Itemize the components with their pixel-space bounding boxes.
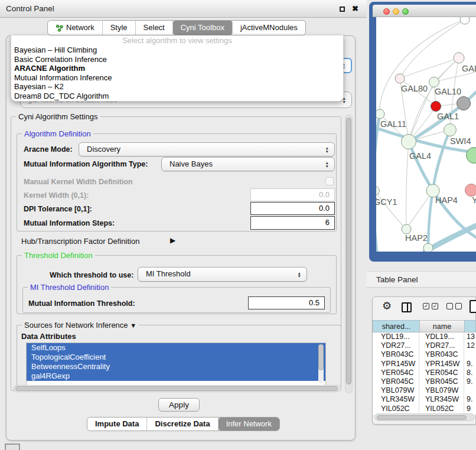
attribute-item-selected[interactable]: SelfLoops xyxy=(27,343,325,353)
node-label: GAL10 xyxy=(435,87,461,96)
table-panel-titlebar: Table Panel xyxy=(367,271,476,288)
mi-threshold-field[interactable]: 0.5 xyxy=(248,296,325,309)
node-hap2[interactable] xyxy=(402,224,411,234)
node-gal10[interactable] xyxy=(429,77,439,87)
table-row[interactable]: YLR345WYLR345W9. xyxy=(373,395,476,404)
group-title: MI Threshold Definition xyxy=(28,283,111,292)
tab-discretize-data[interactable]: Discretize Data xyxy=(147,418,218,431)
node-label: GCY1 xyxy=(376,197,397,207)
column-header-name[interactable]: name xyxy=(419,320,465,332)
node-gal11[interactable] xyxy=(376,109,384,119)
dropdown-item[interactable]: Mutual Information Inference xyxy=(11,73,343,83)
kernel-width-label: Kernel Width (0,1): xyxy=(24,191,89,200)
manual-kernel-checkbox[interactable] xyxy=(325,177,334,185)
which-threshold-combobox[interactable]: MI Threshold ▲▼ xyxy=(138,267,307,282)
unchecked-checkbox-icon[interactable] xyxy=(446,303,453,309)
settings-horizontal-scrollbar[interactable] xyxy=(13,385,341,392)
dropdown-item[interactable]: Dream8 DC_TDC Algorithm xyxy=(11,92,343,101)
checked-checkbox-icon[interactable]: ✓ xyxy=(423,303,429,309)
node-label: GAL11 xyxy=(380,119,406,129)
table-row[interactable]: YPR145WYPR145W9. xyxy=(373,360,476,369)
aracne-mode-value: Discovery xyxy=(87,145,120,154)
dropdown-item-selected[interactable]: ARACNE Algorithm xyxy=(11,64,343,73)
tab-style[interactable]: Style xyxy=(103,21,136,35)
node-swi4[interactable] xyxy=(444,124,457,136)
node-gal4[interactable] xyxy=(402,135,416,149)
column-header-shared[interactable]: shared... xyxy=(373,320,420,332)
screen: Control Panel ✖ Network Style Select Cyn… xyxy=(0,0,476,450)
node-label: GAL80 xyxy=(401,84,428,93)
column-header-cut[interactable] xyxy=(464,320,476,332)
mi-type-combobox[interactable]: Naive Bayes ▲▼ xyxy=(161,157,335,171)
hub-definition-label[interactable]: Hub/Transcription Factor Definition xyxy=(21,237,139,246)
gear-icon[interactable]: ⚙ xyxy=(382,299,392,312)
aracne-mode-combobox[interactable]: Discovery ▲▼ xyxy=(79,142,335,156)
table-horizontal-scrollbar[interactable] xyxy=(374,413,475,421)
float-window-icon[interactable] xyxy=(340,6,345,12)
network-window-titlebar[interactable] xyxy=(373,5,476,17)
apply-button[interactable]: Apply xyxy=(158,398,200,412)
close-traffic-light[interactable] xyxy=(383,8,390,15)
table-row[interactable]: YBL079WYBL079W xyxy=(373,386,476,395)
node-bottom[interactable] xyxy=(423,243,433,252)
mi-type-value: Naive Bayes xyxy=(169,159,213,168)
scrollbar-thumb[interactable] xyxy=(346,118,351,384)
split-columns-icon[interactable] xyxy=(402,302,412,312)
tab-select[interactable]: Select xyxy=(136,21,173,35)
highlighted-edges xyxy=(376,92,476,252)
scrollbar-thumb[interactable] xyxy=(377,415,467,420)
attribute-item-selected[interactable]: TopologicalCoefficient xyxy=(27,353,325,362)
table-row[interactable]: YBR043CYBR043C xyxy=(373,350,476,359)
tab-jactivemnodules[interactable]: jActiveMNodules xyxy=(233,21,305,35)
control-panel-tabbar: Network Style Select Cyni Toolbox jActiv… xyxy=(47,20,306,35)
node-gal80[interactable] xyxy=(395,74,405,83)
zoom-traffic-light[interactable] xyxy=(402,8,409,15)
unchecked-checkbox-icon[interactable] xyxy=(455,303,462,309)
expanded-arrow-icon[interactable]: ▼ xyxy=(130,322,136,329)
collapsed-arrow-icon[interactable]: ▶ xyxy=(170,236,175,244)
mi-threshold-label: Mutual Information Threshold: xyxy=(28,299,135,308)
node-label: GAL4 xyxy=(409,151,431,161)
close-icon[interactable]: ✖ xyxy=(352,0,358,18)
node-edge[interactable] xyxy=(460,17,470,24)
dropdown-item[interactable]: Basic Correlation Inference xyxy=(11,55,343,64)
dpi-tolerance-field[interactable]: 0.0 xyxy=(250,202,335,215)
document-icon[interactable] xyxy=(470,300,476,313)
table-row[interactable]: YIL052CYIL052C9 xyxy=(373,405,476,413)
dropdown-item[interactable]: Bayesian – Hill Climbing xyxy=(11,45,343,55)
minimize-traffic-light[interactable] xyxy=(393,8,399,15)
node-gal1-red[interactable] xyxy=(431,102,441,112)
node-gray[interactable] xyxy=(457,97,471,110)
network-graph xyxy=(376,17,476,252)
bottom-tabbar: Impute Data Discretize Data Infer Networ… xyxy=(87,417,280,431)
data-attributes-list[interactable]: SelfLoops TopologicalCoefficient Between… xyxy=(26,343,326,386)
table-row[interactable]: YDR27...YDR27...12 xyxy=(373,341,476,350)
tab-cyni-toolbox[interactable]: Cyni Toolbox xyxy=(173,21,233,35)
settings-vertical-scrollbar[interactable] xyxy=(345,115,353,393)
table-row[interactable]: YDL19...YDL19...13 xyxy=(373,332,476,341)
attribute-list-scrollbar[interactable] xyxy=(318,344,324,383)
scrollbar-thumb[interactable] xyxy=(15,386,338,391)
table-row[interactable]: YER054CYER054C8. xyxy=(373,369,476,377)
group-title: Algorithm Definition xyxy=(22,129,93,138)
group-title: Sources for Network Inference ▼ xyxy=(22,321,139,330)
attribute-item-selected[interactable]: BetweennessCentrality xyxy=(27,362,325,371)
panel-grip[interactable] xyxy=(5,444,20,450)
tab-impute-data[interactable]: Impute Data xyxy=(87,418,147,431)
node-pink-right[interactable] xyxy=(465,184,476,197)
mi-steps-field[interactable]: 6 xyxy=(250,216,335,230)
node-gcy1[interactable] xyxy=(376,187,380,195)
aracne-mode-label: Aracne Mode: xyxy=(24,145,73,154)
table-row[interactable]: YBR045CYBR045C9. xyxy=(373,377,476,386)
tab-infer-network[interactable]: Infer Network xyxy=(219,418,279,431)
tab-network[interactable]: Network xyxy=(48,21,103,35)
node-pink-upper[interactable] xyxy=(454,53,464,63)
kernel-width-field[interactable]: 0.0 xyxy=(250,188,335,201)
node-label: SWI4 xyxy=(450,136,471,146)
node-green-right[interactable] xyxy=(467,148,476,164)
which-threshold-label: Which threshold to use: xyxy=(50,271,133,279)
dropdown-item[interactable]: Bayesian – K2 xyxy=(11,82,343,92)
attribute-item-selected[interactable]: gal4RGexp xyxy=(27,371,325,381)
checked-checkbox-icon[interactable]: ✓ xyxy=(432,303,438,309)
network-canvas[interactable]: GAL GAL80 GAL10 GAL1 GAL11 SWI4 GAL4 GCY… xyxy=(376,17,476,252)
